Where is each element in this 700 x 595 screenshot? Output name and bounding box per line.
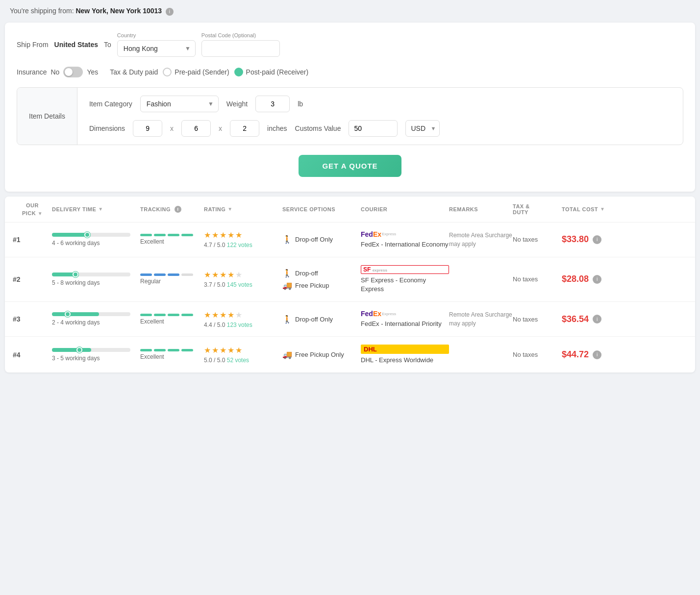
rating-col: ★★★★★ 4.4 / 5.0 123 votes: [204, 310, 282, 328]
service-col: 🚶 Drop-off Only: [282, 315, 361, 324]
currency-select[interactable]: USD EUR GBP HKD: [405, 120, 440, 137]
results-rows: #1 4 - 6 working days Excellent ★★★★★ 4.…: [5, 223, 695, 373]
tracking-bar: [168, 349, 179, 351]
prepaid-option[interactable]: Pre-paid (Sender): [163, 68, 229, 76]
tax-col: No taxes: [513, 316, 562, 323]
service-label: Free Pickup Only: [295, 351, 344, 358]
service-icon: 🚚: [282, 350, 292, 359]
service-option: 🚶 Drop-off: [282, 269, 361, 278]
tracking-bar: [168, 273, 179, 276]
weight-input[interactable]: [255, 96, 290, 112]
dimensions-row: Dimensions x x inches Customs Value USD …: [89, 120, 671, 137]
tracking-bar: [154, 349, 166, 351]
postpaid-option[interactable]: Post-paid (Receiver): [234, 68, 309, 76]
insurance-toggle[interactable]: [63, 67, 83, 77]
delivery-col: 2 - 4 working days: [52, 312, 140, 326]
dim-h-input[interactable]: [181, 120, 211, 137]
col-total-cost: TOTAL COST ▼: [562, 206, 625, 212]
star-full: ★: [212, 346, 219, 355]
item-details-sidebar: Item Details: [17, 88, 77, 145]
star-empty: ★: [235, 270, 242, 279]
col-service: SERVICE OPTIONS: [282, 206, 361, 212]
courier-col: FedEx Express FedEx - International Econ…: [361, 230, 449, 249]
rating-text: 3.7 / 5.0 145 votes: [204, 281, 282, 288]
service-icon: 🚶: [282, 315, 292, 324]
insurance-yes-label: Yes: [87, 68, 98, 76]
tracking-label: Excellent: [140, 318, 204, 325]
cost-info-icon[interactable]: i: [593, 275, 601, 284]
col-courier: COURIER: [361, 206, 449, 212]
courier-col: DHL DHL - Express Worldwide: [361, 345, 449, 365]
stars: ★★★★★: [204, 270, 282, 279]
star-full: ★: [204, 310, 211, 320]
item-category-row: Item Category Fashion Electronics Books …: [89, 96, 671, 112]
service-icon: 🚶: [282, 269, 292, 278]
rating-col: ★★★★★ 4.7 / 5.0 122 votes: [204, 230, 282, 248]
cost-info-icon[interactable]: i: [593, 350, 601, 359]
star-full: ★: [235, 346, 242, 355]
origin-location: New York, New York 10013: [75, 7, 162, 15]
ship-from-country: United States: [54, 41, 98, 49]
delivery-fill: [52, 348, 91, 352]
rank-badge: #3: [13, 315, 52, 323]
sort-icon-rating[interactable]: ▼: [227, 206, 232, 212]
cost-info-icon[interactable]: i: [593, 235, 601, 244]
country-select[interactable]: Hong Kong Japan United Kingdom Australia…: [117, 40, 196, 57]
cost-info-icon[interactable]: i: [593, 315, 601, 323]
star-full: ★: [220, 230, 226, 240]
rating-text: 4.7 / 5.0 122 votes: [204, 242, 282, 248]
delivery-col: 4 - 6 working days: [52, 233, 140, 247]
shipping-origin-bar: You're shipping from: New York, New York…: [0, 0, 700, 23]
table-row: #4 3 - 5 working days Excellent ★★★★★ 5.…: [5, 337, 695, 372]
tracking-bar: [181, 234, 193, 236]
fedex-logo: FedEx Express: [361, 310, 449, 318]
get-quote-button[interactable]: GET A QUOTE: [299, 155, 401, 177]
quote-btn-row: GET A QUOTE: [17, 155, 683, 177]
rating-col: ★★★★★ 3.7 / 5.0 145 votes: [204, 270, 282, 288]
rating-text: 4.4 / 5.0 123 votes: [204, 322, 282, 328]
category-label: Item Category: [89, 100, 132, 108]
tracking-col: Regular: [140, 273, 204, 285]
postpaid-radio[interactable]: [234, 68, 243, 76]
prepaid-radio[interactable]: [163, 68, 172, 76]
delivery-bar: [52, 312, 130, 316]
dim-d-input[interactable]: [230, 120, 259, 137]
tracking-bar: [181, 349, 193, 351]
courier-col: FedEx Express FedEx - International Prio…: [361, 310, 449, 328]
our-pick-label2: PICK ▼: [22, 210, 43, 216]
delivery-dot: [84, 232, 90, 238]
results-header: OUR PICK ▼ DELIVERY TIME ▼ TRACKING i RA…: [5, 197, 695, 223]
country-label: Country: [117, 32, 196, 38]
table-row: #2 5 - 8 working days Regular ★★★★★ 3.7 …: [5, 257, 695, 302]
category-select[interactable]: Fashion Electronics Books Toys Other: [140, 96, 219, 112]
sort-icon-cost[interactable]: ▼: [600, 206, 605, 212]
service-label: Drop-off Only: [295, 316, 333, 323]
service-label: Drop-off: [295, 270, 318, 277]
tracking-col: Excellent: [140, 234, 204, 245]
tracking-col: Excellent: [140, 314, 204, 325]
tax-col: No taxes: [513, 351, 562, 358]
service-option: 🚶 Drop-off Only: [282, 315, 361, 324]
customs-input[interactable]: [349, 120, 398, 137]
star-full: ★: [212, 270, 219, 279]
tracking-bar: [154, 234, 166, 236]
origin-info-icon[interactable]: i: [166, 8, 174, 16]
tracking-bar: [168, 314, 179, 316]
tracking-info-icon[interactable]: i: [175, 206, 181, 213]
postpaid-label: Post-paid (Receiver): [246, 68, 309, 76]
postal-input[interactable]: [201, 40, 280, 57]
remarks-col: Remote Area Surcharge may apply: [449, 310, 513, 328]
ship-from-label: Ship From: [17, 41, 49, 49]
insurance-no-label: No: [50, 68, 59, 76]
cost-price: $44.72: [562, 349, 589, 360]
delivery-fill: [52, 273, 75, 276]
delivery-text: 2 - 4 working days: [52, 319, 140, 326]
tracking-bar: [140, 273, 152, 276]
votes: 145 votes: [227, 281, 252, 288]
dim-w-input[interactable]: [133, 120, 162, 137]
stars: ★★★★★: [204, 346, 282, 355]
sort-icon-delivery[interactable]: ▼: [98, 206, 103, 212]
our-pick-label: OUR: [26, 202, 39, 208]
ship-from-row: Ship From United States To Country Hong …: [17, 32, 683, 57]
star-half: ★: [235, 230, 242, 240]
